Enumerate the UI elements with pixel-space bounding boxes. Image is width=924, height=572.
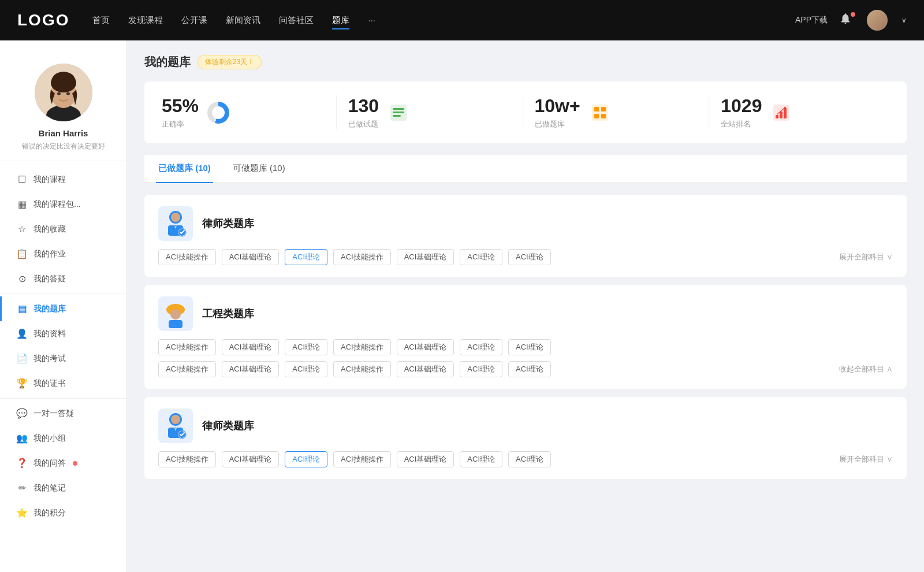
qbank-title-lawyer2: 律师类题库 [202, 419, 254, 433]
app-download-button[interactable]: APP下载 [795, 15, 828, 25]
tags-row-lawyer1: ACI技能操作 ACI基础理论 ACI理论 ACI技能操作 ACI基础理论 AC… [158, 249, 893, 265]
lawyer2-icon [162, 411, 189, 440]
tag-eng-r2-5[interactable]: ACI理论 [460, 361, 502, 377]
collapse-engineer[interactable]: 收起全部科目 ∧ [839, 364, 893, 374]
tag-lawyer2-2[interactable]: ACI理论 [285, 451, 327, 467]
tag-lawyer2-1[interactable]: ACI基础理论 [222, 451, 280, 467]
tag-lawyer1-3[interactable]: ACI技能操作 [333, 249, 391, 265]
avatar-portrait [35, 64, 92, 121]
tab-available[interactable]: 可做题库 (10) [230, 155, 288, 182]
stat-done-banks: 10w+ 已做题库 [523, 95, 710, 129]
tag-eng-r2-3[interactable]: ACI技能操作 [333, 361, 391, 377]
tags-row-engineer-1: ACI技能操作 ACI基础理论 ACI理论 ACI技能操作 ACI基础理论 AC… [158, 339, 893, 355]
tags-section-engineer: ACI技能操作 ACI基础理论 ACI理论 ACI技能操作 ACI基础理论 AC… [158, 339, 893, 377]
svg-rect-15 [601, 114, 606, 118]
tag-lawyer1-5[interactable]: ACI理论 [460, 249, 502, 265]
tutor-icon: 💬 [16, 408, 28, 419]
sidebar-menu: ☐ 我的课程 ▦ 我的课程包... ☆ 我的收藏 📋 我的作业 ⊙ 我的答疑 ▤ [0, 167, 126, 525]
expand-lawyer2[interactable]: 展开全部科目 ∨ [839, 454, 893, 465]
star-icon: ☆ [16, 224, 28, 235]
tag-lawyer1-0[interactable]: ACI技能操作 [158, 249, 216, 265]
group-icon: 👥 [16, 433, 28, 444]
tag-lawyer2-4[interactable]: ACI基础理论 [397, 451, 454, 467]
sidebar-item-favorites[interactable]: ☆ 我的收藏 [0, 217, 126, 242]
sidebar-item-certificate[interactable]: 🏆 我的证书 [0, 371, 126, 396]
expand-lawyer1[interactable]: 展开全部科目 ∨ [839, 252, 893, 262]
tag-eng-4[interactable]: ACI基础理论 [397, 339, 454, 355]
sidebar-item-qbank[interactable]: ▤ 我的题库 [0, 296, 126, 321]
tag-lawyer1-4[interactable]: ACI基础理论 [397, 249, 454, 265]
tag-eng-r2-6[interactable]: ACI理论 [508, 361, 551, 377]
tab-done[interactable]: 已做题库 (10) [156, 155, 213, 182]
qbank-icon-engineer [158, 296, 193, 331]
trial-badge: 体验剩余23天！ [198, 55, 262, 69]
notification-bell[interactable] [839, 12, 855, 28]
sidebar-item-notes[interactable]: ✏ 我的笔记 [0, 476, 126, 500]
qbank-title-engineer: 工程类题库 [202, 307, 254, 321]
notes-icon: ✏ [16, 482, 28, 493]
tag-eng-0[interactable]: ACI技能操作 [158, 339, 216, 355]
tag-lawyer2-0[interactable]: ACI技能操作 [158, 451, 216, 467]
svg-rect-10 [393, 115, 401, 117]
stat-accuracy-value: 55% [162, 95, 199, 117]
tag-lawyer2-3[interactable]: ACI技能操作 [333, 451, 391, 467]
qbank-card-lawyer1: 律师类题库 ACI技能操作 ACI基础理论 ACI理论 ACI技能操作 ACI基… [144, 195, 907, 277]
chart-icon [770, 101, 793, 124]
sidebar-item-exam[interactable]: 📄 我的考试 [0, 346, 126, 371]
sidebar-item-group[interactable]: 👥 我的小组 [0, 426, 126, 451]
nav-discover[interactable]: 发现课程 [128, 15, 163, 26]
tag-eng-r2-2[interactable]: ACI理论 [285, 361, 327, 377]
tag-eng-2[interactable]: ACI理论 [285, 339, 327, 355]
tag-eng-1[interactable]: ACI基础理论 [222, 339, 280, 355]
tag-lawyer2-6[interactable]: ACI理论 [508, 451, 551, 467]
lawyer-icon [162, 209, 189, 238]
tag-lawyer2-5[interactable]: ACI理论 [460, 451, 502, 467]
tag-lawyer1-6[interactable]: ACI理论 [508, 249, 551, 265]
tag-lawyer1-2[interactable]: ACI理论 [285, 249, 327, 265]
nav-qbank[interactable]: 题库 [332, 15, 349, 26]
qbank-card-engineer: 工程类题库 ACI技能操作 ACI基础理论 ACI理论 ACI技能操作 ACI基… [144, 285, 907, 389]
sidebar-item-qa[interactable]: ⊙ 我的答疑 [0, 266, 126, 291]
nav-more[interactable]: ··· [368, 15, 375, 26]
avatar[interactable] [867, 10, 888, 31]
tag-lawyer1-1[interactable]: ACI基础理论 [222, 249, 280, 265]
sidebar-item-profile[interactable]: 👤 我的资料 [0, 321, 126, 346]
tags-row-lawyer2: ACI技能操作 ACI基础理论 ACI理论 ACI技能操作 ACI基础理论 AC… [158, 451, 893, 467]
nav-home[interactable]: 首页 [92, 15, 110, 26]
qbank-title-lawyer1: 律师类题库 [202, 217, 254, 231]
sidebar-item-points[interactable]: ⭐ 我的积分 [0, 500, 126, 525]
sidebar-item-questions[interactable]: ❓ 我的问答 [0, 451, 126, 476]
qbank-card-lawyer2: 律师类题库 ACI技能操作 ACI基础理论 ACI理论 ACI技能操作 ACI基… [144, 397, 907, 479]
homework-icon: 📋 [16, 248, 28, 259]
tag-eng-r2-1[interactable]: ACI基础理论 [222, 361, 280, 377]
profile-avatar [35, 64, 92, 121]
nav-news[interactable]: 新闻资讯 [226, 15, 260, 26]
tag-eng-r2-4[interactable]: ACI基础理论 [397, 361, 454, 377]
sidebar-item-tutor[interactable]: 💬 一对一答疑 [0, 401, 126, 426]
avatar-chevron[interactable]: ∨ [901, 16, 907, 24]
nav-opencourse[interactable]: 公开课 [181, 15, 207, 26]
svg-rect-17 [776, 115, 778, 118]
stats-card: 55% 正确率 130 已做试题 [144, 81, 907, 143]
stat-done-label: 已做试题 [348, 119, 379, 129]
svg-point-20 [784, 106, 786, 108]
stat-banks-label: 已做题库 [535, 119, 580, 129]
tag-eng-r2-0[interactable]: ACI技能操作 [158, 361, 216, 377]
tag-eng-3[interactable]: ACI技能操作 [333, 339, 391, 355]
stat-done-questions: 130 已做试题 [337, 95, 523, 129]
nav-qa[interactable]: 问答社区 [279, 15, 314, 26]
avatar-image [867, 10, 888, 31]
page-header: 我的题库 体验剩余23天！ [144, 54, 907, 70]
svg-rect-30 [169, 320, 182, 328]
logo: LOGO [17, 11, 69, 29]
sidebar-item-homework[interactable]: 📋 我的作业 [0, 242, 126, 266]
engineer-icon [162, 299, 189, 328]
sidebar-item-course-package[interactable]: ▦ 我的课程包... [0, 192, 126, 217]
tag-eng-6[interactable]: ACI理论 [508, 339, 551, 355]
stat-ranking-value: 1029 [721, 95, 762, 117]
svg-rect-13 [601, 107, 606, 112]
sidebar-item-course[interactable]: ☐ 我的课程 [0, 167, 126, 192]
exam-icon: 📄 [16, 353, 28, 364]
profile-section: Brian Harris 错误的决定比没有决定要好 [0, 52, 126, 161]
tag-eng-5[interactable]: ACI理论 [460, 339, 502, 355]
